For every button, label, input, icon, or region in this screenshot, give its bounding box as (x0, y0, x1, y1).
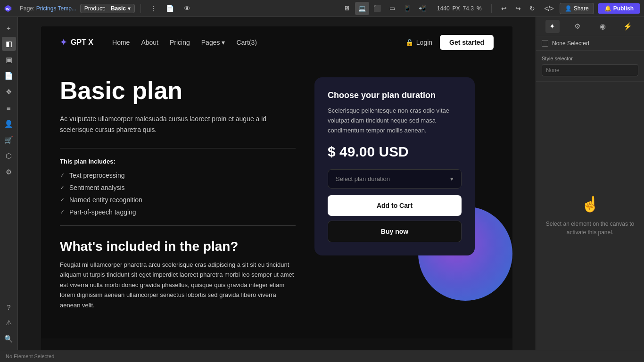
ecommerce-btn[interactable]: 🛒 (2, 133, 16, 147)
check-icon: ✓ (60, 209, 65, 215)
desktop-icon[interactable]: 💻 (355, 2, 369, 15)
alerts-btn[interactable]: ⚠ (2, 316, 16, 330)
forms-btn[interactable]: ⬡ (2, 149, 16, 163)
pointer-icon: ☝ (581, 195, 600, 213)
mobile-icon[interactable]: 📱 (400, 2, 414, 15)
product-selector[interactable]: Product: Basic ▾ (80, 4, 135, 13)
blog-btn[interactable]: 📄 (164, 2, 177, 15)
section-body: Feugiat mi ullamcorper pharetra arcu sce… (60, 260, 296, 310)
help-btn[interactable]: ? (2, 300, 16, 314)
none-selected-label: None Selected (552, 40, 589, 47)
canvas-page: ✦ GPT X Home About Pricing Pages ▾ Cart(… (41, 26, 512, 350)
style-selector-label: Style selector (542, 56, 638, 61)
color-panel-tab[interactable]: ◉ (595, 20, 610, 33)
canvas-wrapper: ✦ GPT X Home About Pricing Pages ▾ Cart(… (18, 17, 536, 350)
check-icon: ✓ (60, 184, 65, 191)
nav-cart[interactable]: Cart(3) (236, 39, 257, 46)
none-selected-bar: None Selected (536, 36, 644, 51)
card-title: Choose your plan duration (328, 90, 462, 100)
nav-cta-btn[interactable]: Get started (440, 35, 494, 50)
feature-text: Text preprocessing (69, 172, 125, 179)
panel-empty-text: Select an element on the canvas to activ… (545, 220, 635, 237)
nav-pricing[interactable]: Pricing (170, 39, 190, 46)
animation-panel-tab[interactable]: ⚡ (620, 20, 635, 33)
panel-tabs: ✦ ⚙ ◉ ⚡ (536, 17, 644, 36)
layers-btn[interactable]: ◧ (2, 37, 16, 51)
feature-text: Named entity recognition (69, 196, 142, 204)
svg-text:W: W (6, 7, 10, 11)
bottom-bar: No Element Selected (0, 350, 644, 362)
card-description: Scelerisque pellentesque non cras odio v… (328, 106, 462, 135)
plan-duration-select[interactable]: Select plan duration ▾ (328, 169, 462, 189)
preview-btn[interactable]: 👁 (181, 2, 194, 15)
canvas-dimensions: 1440 PX 74.3 % (437, 5, 482, 12)
add-to-cart-button[interactable]: Add to Cart (328, 195, 462, 216)
buy-now-button[interactable]: Buy now (328, 221, 462, 242)
code-btn[interactable]: </> (543, 2, 556, 15)
separator2 (491, 4, 492, 13)
nav-links: Home About Pricing Pages ▾ Cart(3) (112, 39, 257, 46)
includes-heading: This plan includes: (60, 158, 296, 165)
users-btn[interactable]: 👤 (2, 117, 16, 131)
pages-btn[interactable]: 📄 (2, 69, 16, 83)
feature-item: ✓ Part-of-speech tagging (60, 208, 296, 216)
style-panel-tab[interactable]: ✦ (545, 20, 560, 33)
site-nav: ✦ GPT X Home About Pricing Pages ▾ Cart(… (41, 26, 512, 58)
add-element-btn[interactable]: + (2, 21, 16, 35)
refresh-btn[interactable]: ↻ (526, 2, 539, 15)
left-sidebar: + ◧ ▣ 📄 ❖ ≡ 👤 🛒 ⬡ ⚙ ? ⚠ 🔍 (0, 17, 18, 350)
feature-item: ✓ Text preprocessing (60, 172, 296, 179)
page-body: Basic plan Ac vulputate ullamcorper male… (41, 58, 512, 338)
feature-text: Sentiment analysis (69, 184, 125, 191)
feature-item: ✓ Named entity recognition (60, 196, 296, 204)
nav-pages[interactable]: Pages ▾ (201, 39, 225, 46)
publish-button[interactable]: 🔔 Publish (598, 3, 640, 14)
app-logo: W (4, 4, 12, 13)
undo-redo: ↩ ↪ ↻ (497, 2, 539, 15)
style-selector-input[interactable] (542, 64, 638, 76)
none-selected-checkbox[interactable] (542, 40, 548, 47)
more-options-btn[interactable]: ⋮ (147, 2, 160, 15)
divider-1 (60, 148, 296, 148)
canvas-area[interactable]: ✦ GPT X Home About Pricing Pages ▾ Cart(… (18, 17, 536, 350)
tablet-landscape-icon[interactable]: ⬛ (370, 2, 384, 15)
canvas-scroll[interactable]: ✦ GPT X Home About Pricing Pages ▾ Cart(… (18, 17, 536, 350)
separator (140, 4, 141, 13)
redo-btn[interactable]: ↪ (512, 2, 525, 15)
plan-title: Basic plan (60, 77, 296, 104)
small-mobile-icon[interactable]: 📲 (415, 2, 429, 15)
card-price: $ 49.00 USD (328, 144, 462, 160)
search-btn[interactable]: 🔍 (2, 332, 16, 346)
check-icon: ✓ (60, 197, 65, 203)
tablet-icon[interactable]: ▭ (385, 2, 399, 15)
status-text: No Element Selected (6, 354, 54, 359)
styles-btn[interactable]: ≡ (2, 101, 16, 115)
feature-item: ✓ Sentiment analysis (60, 184, 296, 191)
panel-empty-state: ☝ Select an element on the canvas to act… (536, 82, 644, 350)
section-heading: What's included in the plan? (60, 239, 296, 254)
divider-2 (60, 225, 296, 226)
nav-login[interactable]: 🔒 Login (405, 39, 432, 46)
feature-text: Part-of-speech tagging (69, 208, 136, 216)
monitor-icon[interactable]: 🖥 (340, 2, 354, 15)
nav-about[interactable]: About (141, 39, 158, 46)
page-left-content: Basic plan Ac vulputate ullamcorper male… (60, 77, 296, 310)
undo-btn[interactable]: ↩ (497, 2, 511, 15)
pricing-card: Choose your plan duration Scelerisque pe… (314, 77, 475, 255)
logo-text: GPT X (71, 38, 93, 47)
settings-btn[interactable]: ⚙ (2, 165, 16, 179)
feature-list: ✓ Text preprocessing ✓ Sentiment analysi… (60, 172, 296, 216)
plan-description: Ac vulputate ullamcorper malesuada cursu… (60, 114, 296, 135)
settings-panel-tab[interactable]: ⚙ (570, 20, 585, 33)
check-icon: ✓ (60, 172, 65, 179)
assets-btn[interactable]: ▣ (2, 53, 16, 67)
nav-right: 🔒 Login Get started (405, 35, 494, 50)
device-icons: 🖥 💻 ⬛ ▭ 📱 📲 (340, 2, 429, 15)
nav-home[interactable]: Home (112, 39, 130, 46)
components-btn[interactable]: ❖ (2, 85, 16, 99)
main-layout: + ◧ ▣ 📄 ❖ ≡ 👤 🛒 ⬡ ⚙ ? ⚠ 🔍 ✦ GPT X (0, 17, 644, 350)
page-info: Page: Pricings Temp... (20, 5, 76, 12)
style-selector-section: Style selector (536, 51, 644, 82)
logo-icon: ✦ (60, 37, 67, 48)
share-button[interactable]: 👤 Share (560, 3, 594, 14)
